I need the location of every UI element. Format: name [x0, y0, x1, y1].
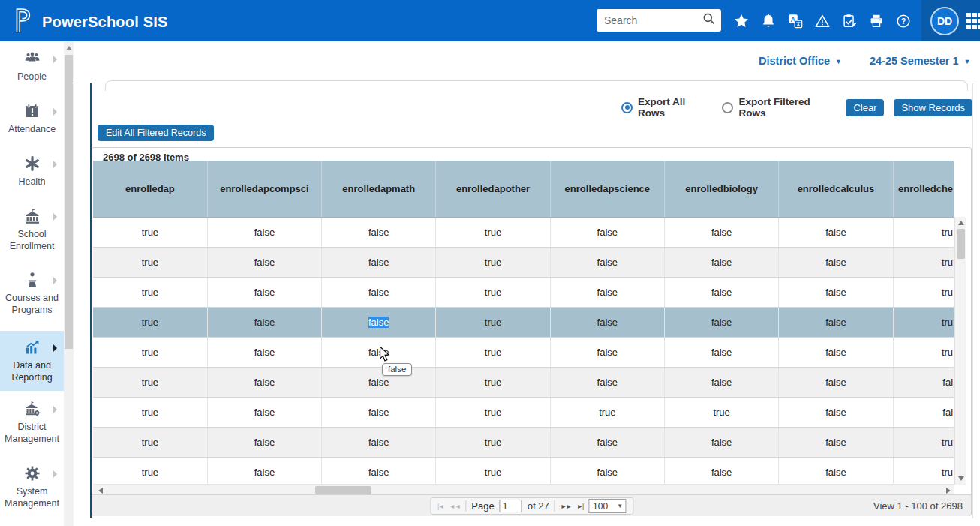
column-header[interactable]: enrolledcalculus	[779, 161, 893, 217]
grid-cell[interactable]: false	[664, 337, 778, 367]
table-row[interactable]: truefalsefalsetruefalsefalsefalsetru	[93, 457, 954, 484]
grid-cell[interactable]: false	[207, 367, 321, 397]
column-header[interactable]: enrolledapmath	[322, 161, 436, 217]
scroll-down-arrow-icon[interactable]	[958, 476, 964, 481]
first-page-icon[interactable]: |◄	[437, 503, 444, 510]
brand[interactable]: PowerSchool SIS	[11, 6, 167, 38]
sidebar-scrollbar[interactable]	[64, 41, 74, 526]
grid-cell[interactable]: false	[779, 397, 893, 427]
scrollbar-thumb[interactable]	[315, 486, 371, 494]
grid-cell[interactable]: true	[436, 397, 550, 427]
edit-all-filtered-records-button[interactable]: Edit All Filtered Records	[98, 125, 214, 141]
grid-cell[interactable]: true	[436, 247, 550, 277]
export-filtered-rows-label[interactable]: Export Filtered Rows	[738, 96, 825, 119]
grid-cell[interactable]: true	[93, 457, 207, 484]
grid-cell[interactable]: tru	[893, 457, 954, 484]
grid-cell[interactable]: false	[322, 457, 436, 484]
scroll-up-arrow-icon[interactable]	[66, 46, 72, 50]
table-horizontal-scrollbar[interactable]	[93, 484, 954, 494]
table-row[interactable]: truefalsefalsetruefalsefalsefalsetru	[93, 337, 954, 367]
grid-cell[interactable]: true	[93, 427, 207, 457]
column-header[interactable]: enrolledapother	[436, 161, 550, 217]
scroll-right-arrow-icon[interactable]	[946, 488, 951, 494]
export-filtered-rows-radio[interactable]	[722, 102, 733, 113]
global-search[interactable]	[597, 9, 721, 32]
grid-cell[interactable]: false	[664, 307, 778, 337]
grid-cell[interactable]: false	[779, 247, 893, 277]
grid-cell[interactable]: true	[664, 397, 778, 427]
grid-cell[interactable]: true	[93, 247, 207, 277]
grid-cell[interactable]: false	[779, 307, 893, 337]
column-header[interactable]: enrolledbiology	[664, 161, 778, 217]
next-page-icon[interactable]: ►►	[561, 503, 572, 510]
search-icon[interactable]	[702, 11, 717, 29]
grid-cell[interactable]: false	[207, 247, 321, 277]
grid-cell[interactable]: false	[322, 367, 436, 397]
column-header[interactable]: enrolledapcompsci	[207, 161, 321, 217]
grid-cell[interactable]: false	[322, 427, 436, 457]
grid-cell[interactable]: true	[550, 397, 664, 427]
grid-cell[interactable]: true	[436, 457, 550, 484]
export-all-rows-label[interactable]: Export All Rows	[638, 96, 704, 119]
grid-cell[interactable]: true	[436, 307, 550, 337]
grid-cell[interactable]: false	[550, 367, 664, 397]
sidebar-item-data-and-reporting[interactable]: Data and Reporting	[0, 331, 64, 391]
grid-cell[interactable]: false	[207, 277, 321, 307]
translate-icon[interactable]: A	[787, 13, 804, 29]
school-selector[interactable]: District Office▼	[759, 55, 842, 67]
grid-cell[interactable]: true	[436, 367, 550, 397]
grid-cell[interactable]: tru	[893, 247, 954, 277]
grid-cell[interactable]: true	[93, 307, 207, 337]
alerts-warning-icon[interactable]	[814, 13, 831, 29]
scroll-up-arrow-icon[interactable]	[958, 221, 964, 225]
sidebar-item-people[interactable]: People	[0, 45, 64, 95]
grid-cell[interactable]: true	[93, 217, 207, 247]
table-row[interactable]: truefalsefalsetruefalsefalsefalsetru	[93, 307, 954, 337]
grid-cell[interactable]: tru	[893, 337, 954, 367]
grid-cell[interactable]: false	[550, 337, 664, 367]
table-row[interactable]: truefalsefalsetruefalsefalsefalsetru	[93, 277, 954, 307]
sidebar-item-district-management[interactable]: District Management	[0, 395, 64, 455]
grid-cell[interactable]: false	[322, 307, 436, 337]
grid-cell[interactable]: false	[779, 427, 893, 457]
grid-cell[interactable]: false	[322, 247, 436, 277]
grid-cell[interactable]: true	[93, 367, 207, 397]
sidebar-item-school-enrollment[interactable]: School Enrollment	[0, 203, 64, 263]
grid-cell[interactable]: tru	[893, 277, 954, 307]
notifications-bell-icon[interactable]	[760, 13, 777, 29]
grid-cell[interactable]: true	[436, 217, 550, 247]
tasks-clipboard-icon[interactable]	[841, 13, 858, 29]
grid-cell[interactable]: false	[207, 457, 321, 484]
apps-grid-icon[interactable]	[966, 13, 980, 29]
grid-cell[interactable]: false	[550, 277, 664, 307]
grid-cell[interactable]: false	[779, 367, 893, 397]
column-header[interactable]: enrolledapscience	[550, 161, 664, 217]
grid-cell[interactable]: true	[436, 277, 550, 307]
grid-cell[interactable]: tru	[893, 217, 954, 247]
grid-cell[interactable]: false	[664, 247, 778, 277]
table-row[interactable]: truefalsefalsetruefalsefalsefalsetru	[93, 427, 954, 457]
grid-cell[interactable]: false	[664, 427, 778, 457]
sidebar-item-health[interactable]: Health	[0, 150, 64, 200]
grid-cell[interactable]: false	[664, 457, 778, 484]
print-icon[interactable]	[868, 13, 885, 29]
term-selector[interactable]: 24-25 Semester 1▼	[870, 55, 970, 67]
scrollbar-thumb[interactable]	[65, 55, 73, 349]
grid-cell[interactable]: false	[664, 217, 778, 247]
grid-cell[interactable]: false	[550, 457, 664, 484]
scroll-left-arrow-icon[interactable]	[98, 488, 103, 494]
grid-cell[interactable]: false	[322, 217, 436, 247]
grid-cell[interactable]: false	[664, 367, 778, 397]
grid-cell[interactable]: false	[664, 277, 778, 307]
grid-cell[interactable]: false	[779, 277, 893, 307]
grid-cell[interactable]: false	[550, 427, 664, 457]
grid-cell[interactable]: false	[779, 217, 893, 247]
grid-cell[interactable]: tru	[893, 307, 954, 337]
export-all-rows-radio[interactable]	[621, 102, 633, 113]
scrollbar-thumb[interactable]	[957, 229, 965, 259]
grid-cell[interactable]: false	[550, 247, 664, 277]
table-row[interactable]: truefalsefalsetruefalsefalsefalsetru	[93, 247, 954, 277]
grid-cell[interactable]: true	[93, 397, 207, 427]
grid-cell[interactable]: false	[207, 217, 321, 247]
grid-cell[interactable]: false	[322, 277, 436, 307]
